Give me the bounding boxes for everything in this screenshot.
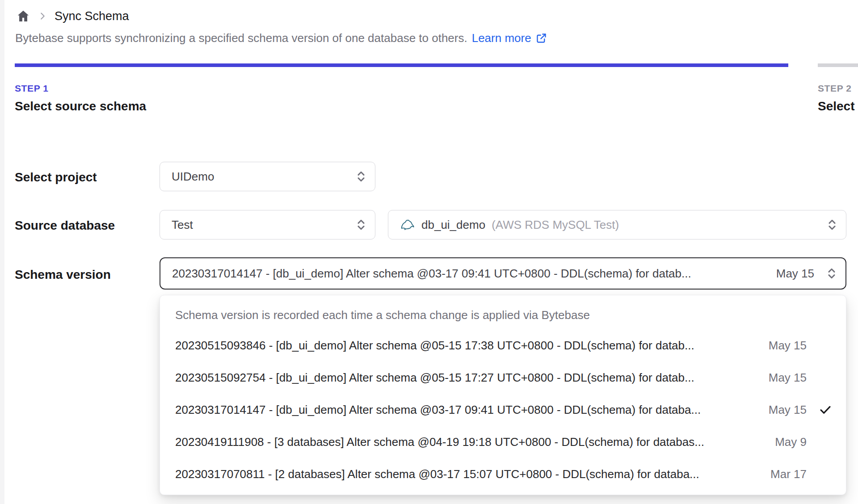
environment-select-value: Test [172,218,355,232]
version-option-text: 20230317014147 - [db_ui_demo] Alter sche… [175,403,756,417]
step1-progress-bar [15,63,788,67]
external-link-icon [535,32,547,44]
version-option[interactable]: 20230515092754 - [db_ui_demo] Alter sche… [160,361,846,394]
select-project-label: Select project [15,170,97,185]
version-option-text: 20230515092754 - [db_ui_demo] Alter sche… [175,371,756,385]
version-option-text: 20230515093846 - [db_ui_demo] Alter sche… [175,339,756,353]
version-option-text: 20230317070811 - [2 databases] Alter sch… [175,467,758,481]
left-edge-strip [0,0,4,504]
description-text: Bytebase supports synchronizing a specif… [15,31,467,45]
step2-progress-bar [818,63,858,67]
version-option[interactable]: 20230515093846 - [db_ui_demo] Alter sche… [160,329,846,361]
chevron-up-down-icon [355,217,367,232]
chevron-up-down-icon [826,217,838,232]
version-option-date: Mar 17 [770,467,807,481]
version-option[interactable]: 20230419111908 - [3 databases] Alter sch… [160,426,846,458]
version-option-selected[interactable]: 20230317014147 - [db_ui_demo] Alter sche… [160,394,846,426]
chevron-up-down-icon [826,266,837,281]
page-title: Sync Schema [55,9,129,23]
version-option-text: 20230419111908 - [3 databases] Alter sch… [175,435,762,449]
step2-header: STEP 2 Select t [818,83,858,113]
database-select[interactable]: db_ui_demo (AWS RDS MySQL Test) [388,210,846,239]
chevron-up-down-icon [355,169,367,184]
version-option-date: May 15 [769,371,807,385]
chevron-right-icon [38,11,47,21]
version-option[interactable]: 20230317070811 - [2 databases] Alter sch… [160,458,846,490]
project-select-value: UIDemo [172,170,355,184]
home-icon[interactable] [16,9,30,23]
source-database-label: Source database [15,218,115,233]
check-icon [807,403,833,417]
mysql-icon [400,217,415,232]
version-option-date: May 9 [775,435,807,449]
project-select[interactable]: UIDemo [160,162,375,191]
schema-version-select-value: 20230317014147 - [db_ui_demo] Alter sche… [172,267,764,281]
learn-more-link[interactable]: Learn more [472,31,547,45]
sync-schema-page: Sync Schema Bytebase supports synchroniz… [0,0,858,504]
schema-version-label: Schema version [15,268,111,282]
database-select-value: db_ui_demo [421,218,485,232]
environment-select[interactable]: Test [160,210,375,239]
version-option-date: May 15 [769,403,807,417]
schema-version-select[interactable]: 20230317014147 - [db_ui_demo] Alter sche… [160,257,846,290]
schema-version-select-date: May 15 [776,267,814,281]
database-select-annotation: (AWS RDS MySQL Test) [492,218,619,232]
version-option-date: May 15 [769,339,807,353]
dropdown-hint: Schema version is recorded each time a s… [160,301,846,329]
breadcrumb: Sync Schema [16,7,129,25]
schema-version-dropdown: Schema version is recorded each time a s… [160,295,846,495]
page-description: Bytebase supports synchronizing a specif… [15,31,547,45]
step2-title: Select t [818,99,858,113]
learn-more-label: Learn more [472,31,531,45]
step1-label: STEP 1 [15,83,146,94]
step1-header: STEP 1 Select source schema [15,83,146,113]
step1-title: Select source schema [15,99,146,113]
step2-label: STEP 2 [818,83,858,94]
